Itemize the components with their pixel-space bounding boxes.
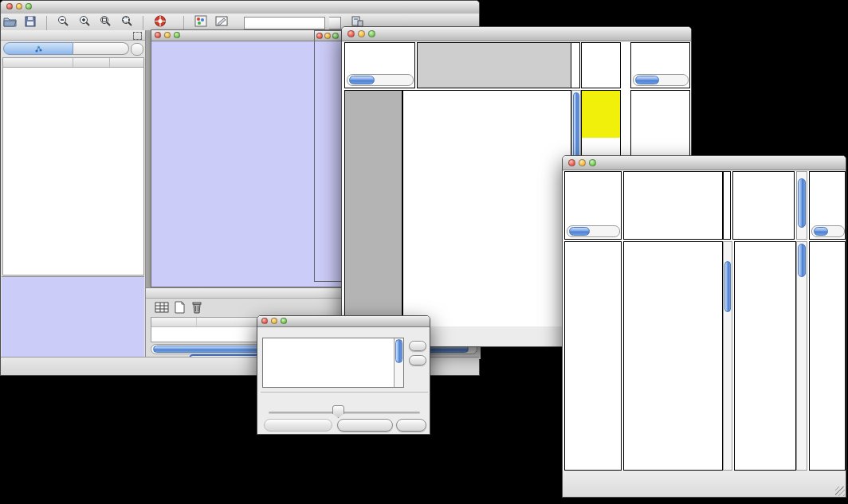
zoom-vscrollbar[interactable] [796, 241, 807, 471]
treeview-dna-titlebar[interactable] [342, 27, 691, 41]
column-scroll-strip[interactable] [723, 171, 731, 240]
zoom-button[interactable] [26, 3, 32, 10]
minimize-button[interactable] [358, 30, 365, 37]
zoom-selected-icon[interactable] [99, 14, 112, 31]
zoom-button[interactable] [332, 33, 339, 39]
treeview-combined-window [562, 155, 846, 498]
move-up-button[interactable] [409, 341, 426, 351]
minimize-button[interactable] [579, 159, 586, 166]
zoom-button[interactable] [368, 30, 375, 37]
resize-grip[interactable] [835, 486, 845, 496]
save-icon[interactable] [25, 14, 36, 31]
minimize-button[interactable] [324, 33, 331, 39]
row-id [151, 327, 199, 335]
control-panel-header [1, 30, 145, 41]
row-dendrogram-panel[interactable] [564, 241, 622, 471]
row-dendrogram-panel[interactable] [344, 90, 402, 328]
attribute-table-icon[interactable] [155, 301, 169, 317]
done-button[interactable] [396, 419, 426, 432]
labels-vscrollbar[interactable] [796, 171, 807, 240]
view-status-hscrollbar[interactable] [567, 225, 620, 237]
close-button[interactable] [261, 318, 268, 324]
control-panel-tabs [3, 42, 143, 55]
animate-vizmap-button[interactable] [264, 419, 332, 432]
attribute-list[interactable] [262, 338, 404, 388]
tab-overflow-button[interactable] [131, 43, 143, 56]
attribute-list-vscrollbar[interactable] [394, 338, 403, 387]
network-overview-thumbnail[interactable] [2, 277, 144, 360]
zoom-button[interactable] [174, 32, 180, 38]
attr-col-id[interactable] [151, 318, 197, 326]
minimize-button[interactable] [271, 318, 277, 324]
view-status-hscrollbar[interactable] [347, 74, 414, 86]
new-attribute-icon[interactable] [174, 301, 186, 317]
column-dendrogram-panel[interactable] [417, 42, 571, 88]
speed-slider-thumb[interactable] [332, 405, 344, 418]
network-table-rows [3, 67, 143, 275]
usage-hints-panel [809, 171, 846, 240]
control-panel [1, 30, 146, 359]
global-heatmap-panel[interactable] [402, 90, 571, 328]
zoom-column-labels-panel [732, 171, 795, 240]
col-edges[interactable] [110, 58, 143, 67]
global-heatmap-panel[interactable] [623, 241, 723, 471]
zoom-gene-list-panel [809, 241, 846, 471]
view-status-panel [344, 42, 415, 88]
tab-vizmapper[interactable] [73, 42, 129, 55]
global-vscrollbar[interactable] [723, 241, 732, 471]
zoom-in-icon[interactable] [78, 14, 91, 31]
move-down-button[interactable] [409, 355, 426, 365]
zoom-button[interactable] [281, 318, 287, 324]
zoom-out-icon[interactable] [57, 14, 69, 31]
zoom-matrix-panel[interactable] [581, 90, 621, 139]
close-button[interactable] [316, 33, 323, 39]
dense-network-canvas[interactable] [315, 41, 343, 282]
zoom-heatmap-panel[interactable] [734, 241, 796, 471]
column-tree-panel[interactable] [623, 171, 723, 240]
tab-network[interactable] [3, 42, 73, 55]
create-vizmap-button[interactable] [337, 419, 393, 432]
network-overview-panel[interactable] [2, 276, 144, 360]
minimize-button[interactable] [16, 3, 22, 10]
close-button[interactable] [155, 32, 161, 38]
divider [261, 392, 428, 393]
close-button[interactable] [568, 159, 575, 166]
network-table [2, 57, 144, 275]
search-input[interactable] [244, 17, 325, 29]
delete-attribute-icon[interactable] [191, 301, 202, 317]
zoom-fit-icon[interactable] [120, 14, 133, 31]
search-dropdown-icon[interactable] [329, 17, 341, 29]
main-titlebar[interactable] [1, 1, 479, 14]
speed-slider-track[interactable] [269, 412, 420, 414]
usage-hints-hscrollbar[interactable] [633, 74, 689, 86]
minimize-button[interactable] [164, 32, 171, 38]
view-status-panel [564, 171, 622, 240]
map-colors-dialog [257, 315, 430, 435]
usage-hints-panel [630, 42, 690, 88]
float-panel-icon[interactable] [133, 32, 142, 40]
column-scroll-strip[interactable] [571, 42, 580, 88]
desktop [0, 0, 848, 504]
close-button[interactable] [6, 3, 13, 10]
treeview-combined-buttonbar [563, 471, 846, 497]
close-button[interactable] [347, 30, 355, 37]
map-colors-titlebar[interactable] [257, 316, 430, 327]
col-network[interactable] [3, 58, 73, 67]
treeview-combined-titlebar[interactable] [563, 156, 846, 170]
row-id [151, 335, 199, 343]
col-nodes[interactable] [73, 58, 110, 67]
network-view-window-2 [314, 30, 344, 282]
usage-hints-hscrollbar[interactable] [811, 225, 845, 237]
open-file-icon[interactable] [3, 14, 17, 31]
zoom-button[interactable] [589, 159, 596, 166]
zoom-column-labels-panel [581, 42, 621, 88]
